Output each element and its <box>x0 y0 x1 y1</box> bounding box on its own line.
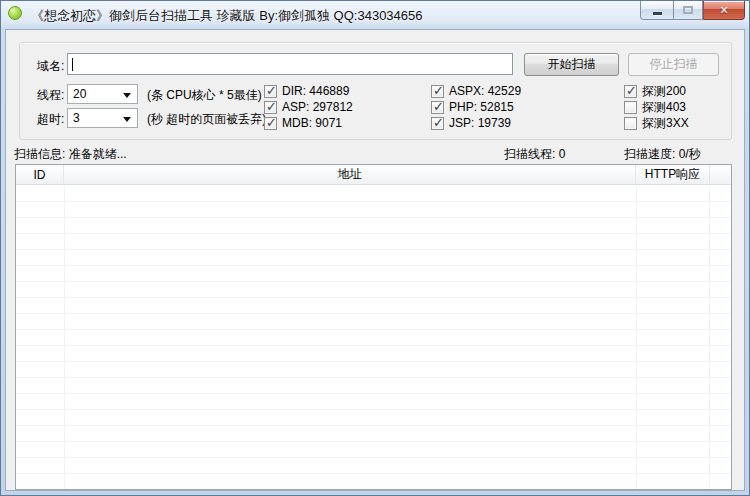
timeout-label: 超时: <box>37 111 64 128</box>
checkbox-icon <box>264 117 277 130</box>
title-bar[interactable]: 《想念初恋》御剑后台扫描工具 珍藏版 By:御剑孤独 QQ:343034656 … <box>1 1 749 29</box>
domain-input[interactable] <box>67 53 513 75</box>
results-table-header: ID 地址 HTTP响应 <box>16 165 731 185</box>
app-window: 《想念初恋》御剑后台扫描工具 珍藏版 By:御剑孤独 QQ:343034656 … <box>0 0 750 496</box>
thread-select[interactable]: 20 <box>67 84 138 104</box>
checkbox-icon <box>431 117 444 130</box>
start-scan-button[interactable]: 开始扫描 <box>524 53 619 76</box>
scan-info-status: 扫描信息: 准备就绪... <box>14 146 127 163</box>
close-icon: ✕ <box>719 5 728 16</box>
checkbox-mdb[interactable]: MDB: 9071 <box>264 116 342 130</box>
checkbox-icon <box>264 85 277 98</box>
text-caret <box>72 58 73 71</box>
minimize-icon <box>653 12 662 15</box>
scan-speed-value: 0/秒 <box>679 147 701 161</box>
maximize-icon <box>683 6 693 14</box>
checkbox-icon <box>431 85 444 98</box>
scan-info-value: 准备就绪... <box>69 147 127 161</box>
scan-speed-status: 扫描速度: 0/秒 <box>624 146 701 163</box>
checkbox-dir[interactable]: DIR: 446889 <box>264 84 349 98</box>
column-header-id[interactable]: ID <box>16 165 64 184</box>
minimize-button[interactable] <box>640 1 674 20</box>
thread-label: 线程: <box>37 87 64 104</box>
scan-speed-label: 扫描速度: <box>624 147 675 161</box>
app-icon <box>8 6 22 20</box>
checkbox-probe-200[interactable]: 探测200 <box>624 84 686 98</box>
domain-label: 域名: <box>37 58 64 75</box>
checkbox-asp[interactable]: ASP: 297812 <box>264 100 353 114</box>
chevron-down-icon <box>123 93 131 98</box>
checkbox-icon <box>264 101 277 114</box>
results-table: ID 地址 HTTP响应 <box>15 164 732 490</box>
column-header-http-response[interactable]: HTTP响应 <box>636 165 710 184</box>
timeout-select[interactable]: 3 <box>67 108 138 128</box>
checkbox-aspx[interactable]: ASPX: 42529 <box>431 84 521 98</box>
window-controls: ✕ <box>640 1 745 20</box>
results-table-body[interactable] <box>16 186 731 489</box>
scan-threads-status: 扫描线程: 0 <box>504 146 565 163</box>
timeout-hint: (秒 超时的页面被丢弃) <box>147 111 266 128</box>
checkbox-jsp[interactable]: JSP: 19739 <box>431 116 511 130</box>
column-header-filler <box>710 165 731 184</box>
scan-threads-label: 扫描线程: <box>504 147 555 161</box>
column-header-address[interactable]: 地址 <box>64 165 636 184</box>
thread-select-value: 20 <box>73 87 86 101</box>
column-divider <box>64 186 65 489</box>
checkbox-icon <box>624 101 637 114</box>
scan-info-label: 扫描信息: <box>14 147 65 161</box>
timeout-select-value: 3 <box>73 111 80 125</box>
checkbox-probe-403[interactable]: 探测403 <box>624 100 686 114</box>
column-divider <box>709 186 710 489</box>
checkbox-php[interactable]: PHP: 52815 <box>431 100 514 114</box>
scan-threads-value: 0 <box>559 147 566 161</box>
checkbox-icon <box>431 101 444 114</box>
checkbox-icon <box>624 117 637 130</box>
checkbox-icon <box>624 85 637 98</box>
thread-hint: (条 CPU核心 * 5最佳) <box>147 87 262 104</box>
window-title: 《想念初恋》御剑后台扫描工具 珍藏版 By:御剑孤独 QQ:343034656 <box>31 7 423 25</box>
close-button[interactable]: ✕ <box>703 1 745 20</box>
chevron-down-icon <box>123 117 131 122</box>
column-divider <box>636 186 637 489</box>
stop-scan-button: 停止扫描 <box>628 53 719 76</box>
checkbox-probe-3xx[interactable]: 探测3XX <box>624 116 689 130</box>
maximize-button[interactable] <box>674 1 703 20</box>
